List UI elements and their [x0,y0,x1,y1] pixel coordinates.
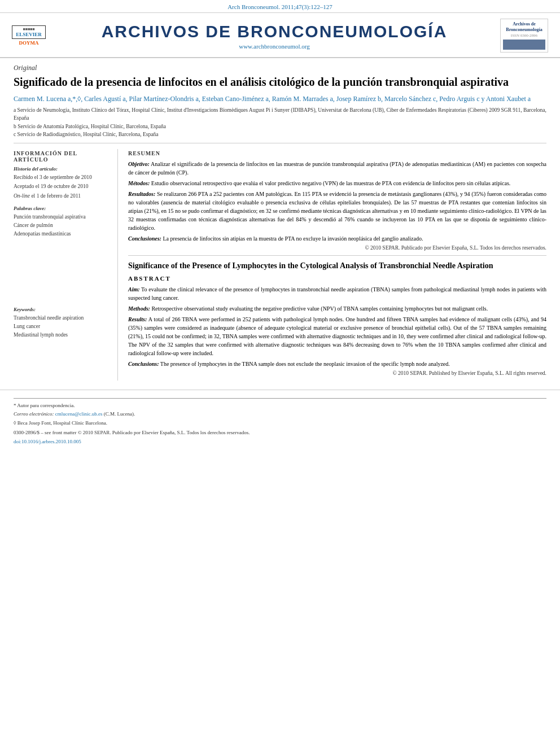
affiliation-b: b Servicio de Anatomía Patológica, Hospi… [14,123,546,130]
received-date: Recibido el 3 de septiembre de 2010 [14,173,111,181]
abstract-heading-en: ABSTRACT [128,275,546,282]
page: Arch Bronconeumol. 2011;47(3):122–127 ■■… [0,0,560,747]
metodos-label: Métodos: [128,180,150,186]
article-info-heading: INFORMACIÓN DEL ARTÍCULO [14,150,111,163]
accepted-date: Aceptado el 19 de octubre de 2010 [14,182,111,190]
affiliations: a Servicio de Neumología, Instituto Clín… [14,106,546,143]
keyword-es-2: Cáncer de pulmón [14,221,111,230]
footer-note-author: * Autor para correspondencia. [14,402,546,410]
methods-paragraph: Methods: Retrospective observational stu… [128,304,546,313]
footer-author-label: * Autor para correspondencia. [14,403,75,408]
results-paragraph: Results: A total of 266 TBNA were perfor… [128,315,546,357]
english-title: Significance of the Presence of Lymphocy… [128,255,546,272]
conclusions-label-en: Conclusions: [128,361,159,367]
footer-email-suffix: (C.M. Lucena). [104,411,135,417]
methods-label: Methods: [128,305,150,312]
copyright-es: © 2010 SEPAR. Publicado por Elsevier Esp… [128,245,546,251]
objetivo-label: Objetivo: [128,161,150,167]
article-title: Significado de la presencia de linfocito… [14,75,546,89]
top-reference: Arch Bronconeumol. 2011;47(3):122–127 [0,0,560,13]
objetivo-paragraph: Objetivo: Analizar el significado de la … [128,160,546,177]
right-column: RESUMEN Objetivo: Analizar el significad… [128,149,546,381]
small-journal-cover: Archivos de Bronconeumología ISSN 0300-2… [500,19,548,53]
conclusions-text-en: The presence of lymphocytes in the TBNA … [160,361,450,367]
affiliation-c: c Servicio de Radiodiagnóstico, Hospital… [14,130,546,138]
results-text: A total of 266 TBNA were performed in 25… [128,316,546,356]
small-journal-issn: ISSN 0300-2896 [503,33,545,38]
journal-ref-text: Arch Bronconeumol. 2011;47(3):122–127 [228,3,333,10]
journal-thumbnail: Archivos de Bronconeumología ISSN 0300-2… [500,19,551,53]
elsevier-label: ELSEVIER [15,32,43,37]
footer-issn-line: 0300-2896/$ – see front matter © 2010 SE… [14,429,546,437]
conclusiones-label-es: Conclusiones: [128,235,161,242]
elsevier-logo: ■■■■■ ELSEVIER [12,25,46,39]
footer-beca-note: ◊ Beca Josep Font, Hospital Clínic Barce… [14,420,546,427]
keyword-en-2: Lung cancer [14,322,111,331]
metodos-text: Estudio observacional retrospectivo que … [151,180,511,186]
article-type: Original [14,64,546,72]
online-date: On-line el 1 de febrero de 2011 [14,192,111,200]
copyright-en: © 2010 SEPAR. Published by Elsevier Espa… [128,370,546,376]
history-label: Historia del artículo: [14,166,111,172]
keyword-en-3: Mediastinal lymph nodes [14,331,111,339]
resultados-label: Resultados: [128,191,155,197]
article-content: Original Significado de la presencia de … [0,58,560,390]
resultados-paragraph: Resultados: Se realizaron 266 PTA a 252 … [128,190,546,232]
footer-divider [14,398,546,399]
keyword-en-1: Transbronchial needle aspiration [14,314,111,322]
footer-doi: doi:10.1016/j.arbres.2010.10.005 [14,438,546,446]
aim-text: To evaluate the clinical relevance of th… [128,286,546,301]
conclusions-paragraph-en: Conclusions: The presence of lymphocytes… [128,360,546,368]
doyma-label: DOYMA [19,40,39,46]
journal-header: ■■■■■ ELSEVIER DOYMA ARCHIVOS DE BRONCON… [0,13,560,58]
keywords-label-es: Palabras clave: [14,206,111,211]
article-footer: * Autor para correspondencia. Correo ele… [0,390,560,451]
journal-url: www.archbronconeumol.org [54,43,495,50]
aim-label: Aim: [128,286,140,292]
conclusiones-paragraph-es: Conclusiones: La presencia de linfocitos… [128,234,546,243]
publisher-logo-area: ■■■■■ ELSEVIER DOYMA [9,25,49,46]
keyword-es-3: Adenopatías mediastínicas [14,230,111,238]
footer-email-label: Correo electrónico: [14,411,55,417]
conclusiones-text-es: La presencia de linfocitos sin atipias e… [163,235,423,242]
keywords-label-en: Keywords: [14,307,111,312]
authors-list: Carmen M. Lucena a,*,◊, Carles Agustí a,… [14,94,546,104]
resumen-heading: RESUMEN [128,150,546,156]
methods-text: Retrospective observational study evalua… [151,305,488,312]
metodos-paragraph: Métodos: Estudio observacional retrospec… [128,179,546,187]
online-label-italic: On-line [14,193,30,199]
affiliation-a: a Servicio de Neumología, Instituto Clín… [14,106,546,123]
left-column: INFORMACIÓN DEL ARTÍCULO Historia del ar… [14,149,118,381]
footer-email-address: cmlucena@clinic.ub.es [55,411,103,417]
keyword-es-1: Punción transbronquial aspirativa [14,213,111,221]
journal-title: ARCHIVOS DE BRONCONEUMOLOGÍA [54,22,495,41]
objetivo-text: Analizar el significado de la presencia … [128,161,546,176]
small-journal-title: Archivos de Bronconeumología [503,21,545,32]
cover-decoration [503,40,545,50]
aim-paragraph: Aim: To evaluate the clinical relevance … [128,285,546,302]
resultados-text: Se realizaron 266 PTA a 252 pacientes co… [128,191,546,231]
two-column-layout: INFORMACIÓN DEL ARTÍCULO Historia del ar… [14,149,546,381]
results-label: Results: [128,316,147,322]
journal-title-area: ARCHIVOS DE BRONCONEUMOLOGÍA www.archbro… [54,22,495,50]
footer-email-line: Correo electrónico: cmlucena@clinic.ub.e… [14,410,546,418]
